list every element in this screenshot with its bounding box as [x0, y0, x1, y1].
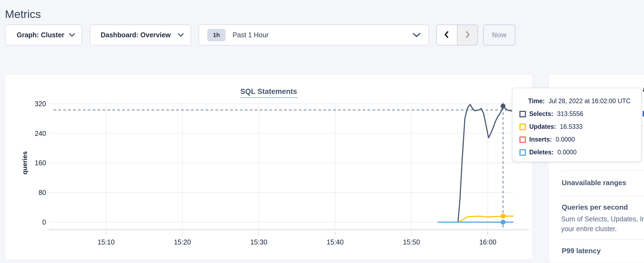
- sidebar-heading-queries-per-second: Queries per second: [562, 203, 628, 212]
- tooltip-row-label: Updates:: [529, 123, 556, 130]
- tooltip-time-label: Time:: [528, 97, 545, 105]
- next-time-button[interactable]: [458, 25, 478, 45]
- legend-swatch-icon: [519, 149, 526, 156]
- chevron-down-icon: [178, 33, 184, 37]
- tooltip-row-value: 0.0000: [556, 136, 575, 143]
- y-tick-label: 240: [20, 129, 46, 137]
- dashboard-dropdown[interactable]: Dashboard: Overview: [90, 25, 191, 45]
- x-tick-label: 15:40: [319, 238, 351, 246]
- tooltip-row: Updates:16.5333: [519, 120, 641, 133]
- chevron-down-icon: [69, 33, 75, 37]
- y-tick-label: 320: [20, 100, 46, 108]
- chart-hover-tooltip: Time: Jul 28, 2022 at 16:02:00 UTC Selec…: [512, 88, 642, 162]
- sidebar-divider: [561, 170, 644, 171]
- legend-swatch-icon: [519, 124, 526, 130]
- y-tick-label: 160: [20, 159, 46, 167]
- sidebar-description-line: Sum of Selects, Updates, Inser: [561, 215, 644, 223]
- tooltip-time-value: Jul 28, 2022 at 16:02:00 UTC: [549, 97, 630, 105]
- now-button[interactable]: Now: [483, 25, 515, 45]
- time-range-label: Past 1 Hour: [233, 31, 269, 39]
- x-tick-label: 15:30: [242, 238, 275, 246]
- tooltip-row-label: Inserts:: [529, 136, 552, 143]
- chevron-left-icon: [443, 30, 451, 40]
- x-tick-label: 15:10: [90, 238, 122, 246]
- graph-dropdown[interactable]: Graph: Cluster: [5, 25, 82, 45]
- time-pager: [436, 25, 478, 45]
- legend-swatch-icon: [519, 111, 526, 117]
- y-tick-label: 0: [20, 218, 46, 226]
- prev-time-button[interactable]: [437, 25, 458, 45]
- tooltip-row-value: 16.5333: [560, 123, 582, 130]
- tooltip-row: Inserts:0.0000: [519, 133, 641, 146]
- page-title: Metrics: [5, 8, 41, 21]
- tooltip-row: Selects:313.5556: [519, 108, 641, 120]
- sidebar-divider: [561, 195, 644, 196]
- graph-dropdown-label: Graph: Cluster: [17, 31, 64, 39]
- x-tick-label: 16:00: [471, 238, 504, 246]
- time-range-dropdown[interactable]: 1h Past 1 Hour: [198, 25, 429, 45]
- chevron-down-icon: [413, 33, 421, 38]
- sidebar-heading-p99-latency: P99 latency: [562, 247, 601, 255]
- clipped-text-fragment: a: [643, 85, 644, 94]
- time-range-badge: 1h: [207, 29, 225, 41]
- dashboard-dropdown-label: Dashboard: Overview: [101, 31, 171, 39]
- tooltip-series-rows: Selects:313.5556Updates:16.5333Inserts:0…: [519, 108, 641, 159]
- tooltip-row-label: Deletes:: [529, 149, 553, 156]
- tooltip-row: Deletes:0.0000: [519, 146, 641, 159]
- legend-swatch-icon: [519, 136, 526, 143]
- sidebar-description-line: your entire cluster.: [561, 225, 617, 233]
- sidebar-heading-unavailable-ranges: Unavailable ranges: [562, 179, 626, 187]
- chart-plot-area[interactable]: [5, 74, 533, 260]
- sidebar-divider: [561, 239, 644, 240]
- clipped-link-fragment[interactable]: [643, 111, 644, 117]
- y-tick-label: 80: [20, 188, 46, 197]
- metrics-page: Metrics Graph: Cluster Dashboard: Overvi…: [0, 0, 644, 263]
- x-tick-label: 15:20: [166, 238, 199, 246]
- tooltip-row-value: 0.0000: [557, 149, 576, 156]
- tooltip-time-row: Time: Jul 28, 2022 at 16:02:00 UTC: [519, 95, 641, 108]
- x-tick-label: 15:50: [395, 238, 428, 246]
- sql-statements-chart-card[interactable]: SQL Statements queries 080160240320 15:1…: [5, 74, 532, 260]
- tooltip-row-value: 313.5556: [557, 110, 583, 118]
- chevron-right-icon: [463, 30, 472, 40]
- tooltip-row-label: Selects:: [529, 110, 553, 118]
